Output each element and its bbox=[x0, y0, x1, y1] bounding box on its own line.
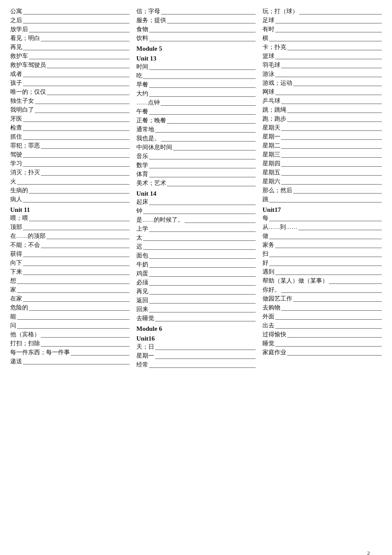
entry-0-3: 看见；明白 bbox=[10, 35, 130, 42]
section-header-0-22: Unit 11 bbox=[10, 206, 130, 214]
entry-1-17: 数学 bbox=[136, 162, 256, 169]
entry-text-1-28: 牛奶 bbox=[136, 261, 149, 269]
entry-text-1-32: 返回 bbox=[136, 297, 149, 304]
entry-2-34: 外面 bbox=[262, 313, 382, 321]
entry-line-0-8 bbox=[23, 86, 130, 86]
entry-text-0-16: 驾驶 bbox=[10, 151, 23, 159]
entry-line-1-22 bbox=[143, 214, 256, 214]
entry-2-15: 星期二 bbox=[262, 142, 382, 150]
entry-line-2-14 bbox=[281, 139, 382, 140]
entry-line-1-31 bbox=[149, 294, 256, 295]
entry-line-0-2 bbox=[29, 32, 130, 32]
entry-text-0-3: 看见；明白 bbox=[10, 35, 41, 42]
entry-text-2-8: 游戏；运动 bbox=[262, 79, 293, 87]
entry-line-1-28 bbox=[149, 267, 256, 268]
entry-text-0-25: 在……的顶部 bbox=[10, 232, 46, 240]
entry-line-2-18 bbox=[281, 175, 382, 176]
entry-line-0-17 bbox=[23, 166, 130, 167]
entry-text-0-6: 救护车驾驶员 bbox=[10, 61, 47, 69]
entry-line-2-8 bbox=[293, 86, 382, 86]
entry-text-1-3: 饮料 bbox=[136, 35, 149, 42]
entry-line-0-37 bbox=[41, 346, 130, 347]
entry-2-4: 卡；扑克 bbox=[262, 43, 382, 51]
entry-line-1-27 bbox=[149, 258, 256, 259]
entry-line-1-9 bbox=[149, 96, 256, 97]
entry-1-32: 返回 bbox=[136, 297, 256, 304]
entry-line-2-1 bbox=[275, 23, 382, 23]
entry-text-0-8: 孩子 bbox=[10, 79, 23, 87]
entry-line-0-36 bbox=[41, 337, 130, 338]
entry-line-0-9 bbox=[47, 95, 130, 95]
entry-text-2-37: 睡觉 bbox=[262, 340, 275, 347]
entry-0-18: 消灭；扑灭 bbox=[10, 169, 130, 176]
entry-text-1-9: 大约 bbox=[136, 90, 149, 98]
entry-text-1-7: 吃 bbox=[136, 72, 143, 80]
entry-text-1-1: 服务；提供 bbox=[136, 17, 167, 24]
entry-line-1-23 bbox=[184, 223, 256, 223]
entry-1-39: 经常 bbox=[136, 361, 256, 369]
entry-line-1-12 bbox=[167, 123, 256, 124]
entry-2-25: 做 bbox=[262, 232, 382, 240]
entry-1-22: 钟 bbox=[136, 207, 256, 215]
entry-text-0-36: 他（宾格） bbox=[10, 331, 41, 338]
entry-line-1-17 bbox=[149, 168, 256, 168]
entry-line-1-13 bbox=[155, 132, 256, 133]
entry-0-4: 再见 bbox=[10, 43, 130, 51]
entry-2-37: 睡觉 bbox=[262, 340, 382, 347]
entry-text-1-11: 午餐 bbox=[136, 108, 149, 116]
entry-line-1-39 bbox=[149, 367, 256, 368]
column-1: 信；字母服务；提供食物饮料Module 5Unit 13时间吃早餐大约……点钟午… bbox=[133, 8, 259, 370]
entry-text-2-33: 去购物 bbox=[262, 304, 281, 312]
entry-1-14: 我也是。 bbox=[136, 135, 256, 142]
entry-text-0-12: 牙医 bbox=[10, 115, 23, 123]
entry-line-0-13 bbox=[23, 130, 130, 131]
entry-line-1-16 bbox=[149, 159, 256, 159]
entry-text-0-32: 在家 bbox=[10, 295, 23, 303]
entry-2-0: 玩；打（球） bbox=[262, 8, 382, 15]
entry-line-0-11 bbox=[35, 113, 130, 113]
entry-text-1-21: 起床 bbox=[136, 198, 149, 206]
page-container: 公寓之后放学后看见；明白再见救护车救护车驾驶员或者孩子唯一的；仅仅独生子女我明白… bbox=[10, 8, 382, 370]
entry-line-2-19 bbox=[281, 184, 382, 185]
entry-line-0-32 bbox=[23, 301, 130, 302]
entry-1-21: 起床 bbox=[136, 198, 256, 206]
entry-1-10: ……点钟 bbox=[136, 99, 256, 107]
entry-line-2-0 bbox=[299, 14, 382, 14]
entry-line-2-12 bbox=[287, 121, 382, 122]
entry-line-1-15 bbox=[173, 150, 256, 150]
entry-line-1-34 bbox=[155, 321, 256, 321]
entry-text-0-0: 公寓 bbox=[10, 8, 23, 15]
entry-text-1-23: 是……的时候了。 bbox=[136, 216, 184, 224]
entry-line-2-13 bbox=[281, 130, 382, 131]
entry-1-0: 信；字母 bbox=[136, 8, 256, 15]
entry-line-0-10 bbox=[35, 104, 130, 104]
entry-text-2-29: 遇到 bbox=[262, 268, 275, 276]
entry-line-2-6 bbox=[281, 68, 382, 68]
entry-line-0-31 bbox=[17, 292, 130, 293]
entry-text-0-15: 罪犯；罪恶 bbox=[10, 142, 41, 150]
entry-2-28: 好 bbox=[262, 259, 382, 267]
entry-line-1-2 bbox=[149, 32, 256, 32]
entry-text-2-13: 星期天 bbox=[262, 124, 281, 132]
entry-text-1-12: 正餐；晚餐 bbox=[136, 117, 167, 124]
entry-2-3: 棋 bbox=[262, 35, 382, 42]
entry-text-1-10: ……点钟 bbox=[136, 99, 161, 107]
entry-0-2: 放学后 bbox=[10, 26, 130, 33]
entry-0-32: 在家 bbox=[10, 295, 130, 303]
entry-text-2-11: 跳；跳绳 bbox=[262, 106, 287, 114]
entry-text-2-2: 有时 bbox=[262, 26, 275, 33]
entry-1-37: 天；日 bbox=[136, 343, 256, 351]
entry-text-2-6: 羽毛球 bbox=[262, 61, 281, 69]
entry-line-1-29 bbox=[149, 276, 256, 277]
entry-line-0-30 bbox=[17, 283, 130, 284]
entry-text-2-25: 做 bbox=[262, 232, 269, 240]
entry-line-2-34 bbox=[275, 319, 382, 320]
entry-2-17: 星期四 bbox=[262, 160, 382, 168]
entry-1-16: 音乐 bbox=[136, 153, 256, 160]
entry-text-2-26: 家务 bbox=[262, 241, 275, 249]
entry-text-0-2: 放学后 bbox=[10, 26, 29, 33]
entry-line-1-8 bbox=[149, 87, 256, 88]
entry-0-29: 下来 bbox=[10, 268, 130, 276]
entry-1-23: 是……的时候了。 bbox=[136, 216, 256, 224]
entry-text-0-38: 每一件东西；每一件事 bbox=[10, 349, 71, 356]
